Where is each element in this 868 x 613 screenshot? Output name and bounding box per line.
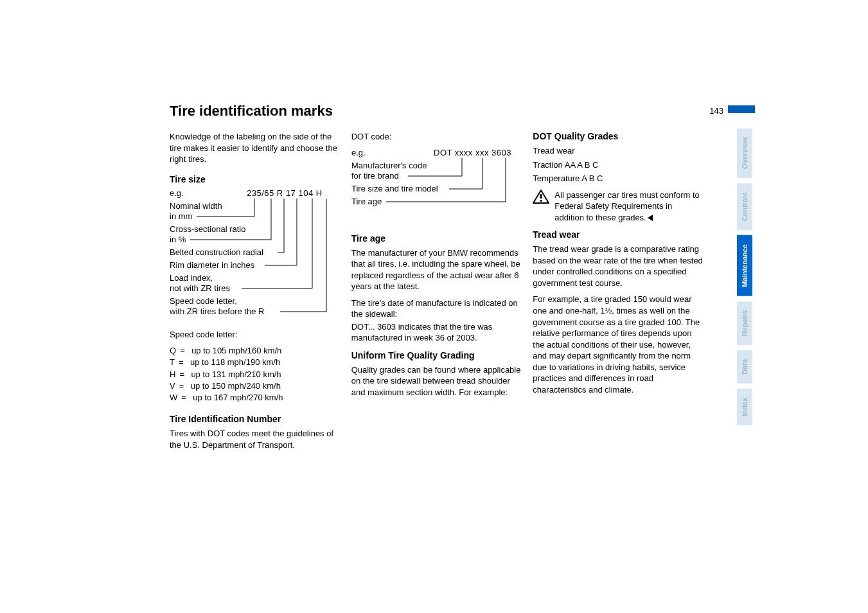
svg-text:Speed code letter,: Speed code letter, (170, 296, 237, 306)
speed-row: W=up to 167 mph/270 km/h (170, 392, 340, 404)
svg-text:Belted construction radial: Belted construction radial (170, 247, 263, 257)
tab-overview[interactable]: Overview (737, 129, 752, 178)
svg-text:not with ZR tires: not with ZR tires (170, 283, 230, 293)
speed-row: Q=up to 105 mph/160 km/h (170, 345, 340, 357)
svg-text:Rim diameter in inches: Rim diameter in inches (170, 260, 255, 270)
svg-text:Load index,: Load index, (170, 273, 213, 283)
svg-text:Tire age: Tire age (351, 197, 382, 206)
svg-text:Tire size and tire model: Tire size and tire model (351, 184, 438, 193)
tire-size-diagram: e.g. 235/65 R 17 104 H Nominal width in … (170, 188, 337, 323)
tire-age-p1: The manufacturer of your BMW recommends … (351, 247, 522, 292)
tire-size-heading: Tire size (170, 174, 340, 184)
page-number: 143 (709, 106, 723, 116)
tire-age-heading: Tire age (351, 233, 522, 244)
tin-heading: Tire Identification Number (170, 414, 340, 424)
end-marker-icon (648, 215, 653, 221)
warning-box: All passenger car tires must conform to … (533, 190, 703, 224)
warning-icon (533, 190, 549, 204)
side-tabs: Overview Controls Maintenance Repairs Da… (737, 129, 755, 431)
speed-row: V=up to 150 mph/240 km/h (170, 380, 340, 392)
tread-wear-p2: For example, a tire graded 150 would wea… (533, 294, 703, 395)
tire-code: 235/65 R 17 104 H (247, 188, 323, 198)
tire-age-p2: The tire's date of manufacture is indica… (351, 298, 522, 320)
dqg-item: Temperature A B C (533, 173, 703, 184)
svg-text:Manufacturer's code: Manufacturer's code (351, 161, 427, 170)
tread-wear-p1: The tread wear grade is a comparative ra… (533, 244, 703, 289)
eg-label: e.g. (170, 188, 184, 198)
tab-repairs[interactable]: Repairs (737, 301, 752, 345)
svg-text:e.g.: e.g. (351, 148, 366, 157)
svg-text:DOT xxxx xxx 3603: DOT xxxx xxx 3603 (434, 148, 511, 157)
tab-index[interactable]: Index (737, 389, 752, 425)
svg-text:in %: in % (170, 235, 186, 244)
speed-row: T=up to 118 mph/190 km/h (170, 357, 340, 368)
tire-age-p3: DOT... 3603 indicates that the tire was … (351, 321, 522, 344)
svg-text:in mm: in mm (170, 211, 192, 221)
page-title: Tire identification marks (170, 103, 703, 120)
intro-text: Knowledge of the labeling on the side of… (170, 131, 340, 165)
dot-code-heading: DOT code: (351, 131, 522, 143)
column-2: DOT code: e.g. DOT xxxx xxx 3603 Manufac… (351, 131, 522, 456)
tin-text: Tires with DOT codes meet the guidelines… (170, 428, 340, 450)
svg-text:for tire brand: for tire brand (351, 171, 399, 181)
speed-row: H=up to 131 mph/210 km/h (170, 369, 340, 380)
tab-data[interactable]: Data (737, 350, 752, 384)
column-1: Knowledge of the labeling on the side of… (170, 131, 340, 456)
brand-bar (728, 105, 755, 113)
warning-text: All passenger car tires must conform to … (554, 190, 703, 224)
svg-text:with ZR tires before the R: with ZR tires before the R (170, 306, 264, 316)
uqg-heading: Uniform Tire Quality Grading (351, 350, 522, 360)
svg-rect-36 (540, 200, 542, 202)
dqg-item: Traction AA A B C (533, 159, 703, 171)
tread-wear-heading: Tread wear (533, 229, 703, 240)
page-content: Tire identification marks Knowledge of t… (170, 103, 703, 456)
uqg-text: Quality grades can be found where applic… (351, 364, 522, 398)
svg-text:Nominal width: Nominal width (170, 201, 222, 211)
svg-text:Cross-sectional ratio: Cross-sectional ratio (170, 224, 246, 234)
dqg-item: Tread wear (533, 145, 703, 157)
svg-rect-35 (540, 194, 542, 199)
speed-letter-heading: Speed code letter: (170, 329, 340, 341)
tab-maintenance[interactable]: Maintenance (737, 235, 752, 296)
dqg-heading: DOT Quality Grades (533, 131, 703, 141)
dot-code-diagram: e.g. DOT xxxx xxx 3603 Manufacturer's co… (351, 148, 518, 225)
column-3: DOT Quality Grades Tread wear Traction A… (533, 131, 703, 456)
tab-controls[interactable]: Controls (737, 183, 752, 230)
